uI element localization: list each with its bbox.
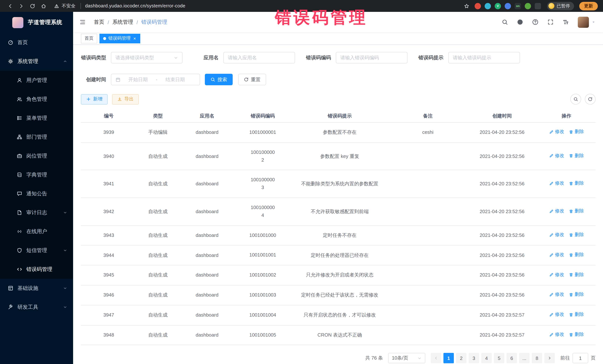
edit-link[interactable]: 修改 [549, 232, 564, 238]
browser-forward-button[interactable] [16, 1, 26, 11]
pager-next-button[interactable] [544, 353, 555, 364]
sidebar-item-dict[interactable]: 字典管理 [0, 165, 73, 184]
reset-button[interactable]: 重置 [238, 74, 266, 85]
add-button[interactable]: 新增 [81, 94, 108, 104]
date-range-separator: - [152, 77, 161, 82]
delete-link[interactable]: 删除 [569, 272, 584, 278]
pager-page-8[interactable]: 8 [532, 353, 542, 364]
edit-link[interactable]: 修改 [549, 208, 564, 214]
menu-fold-button[interactable] [73, 12, 92, 32]
error-code-input[interactable] [340, 55, 403, 60]
edit-link[interactable]: 修改 [549, 331, 564, 338]
user-menu[interactable] [578, 16, 596, 28]
extension-green[interactable] [525, 3, 531, 9]
edit-link[interactable]: 修改 [549, 129, 564, 135]
extension-blue[interactable] [505, 3, 511, 9]
browser-home-button[interactable] [39, 1, 48, 11]
pager-page-6[interactable]: 6 [507, 353, 517, 364]
cell-hint: 不能删除类型为系统内置的参数配置 [290, 175, 389, 193]
edit-link[interactable]: 修改 [549, 153, 564, 159]
cell-type: 自动生成 [137, 306, 179, 324]
extension-on-badge[interactable]: on [515, 3, 521, 9]
sidebar-item-dept[interactable]: 部门管理 [0, 128, 73, 146]
edit-link[interactable]: 修改 [549, 311, 564, 318]
delete-link[interactable]: 删除 [569, 292, 584, 298]
sidebar-item-home[interactable]: 首页 [0, 33, 73, 52]
sidebar-item-online[interactable]: 在线用户 [0, 222, 73, 241]
delete-link[interactable]: 删除 [569, 153, 584, 159]
delete-link[interactable]: 删除 [569, 311, 584, 318]
breadcrumb-item[interactable]: 首页 [94, 19, 104, 25]
extension-red[interactable] [475, 3, 481, 9]
breadcrumb-item[interactable]: 系统管理 [112, 19, 133, 25]
error-type-select[interactable]: 请选择错误码类型 [111, 52, 183, 63]
extension-puzzle[interactable] [535, 3, 541, 9]
cell-remark [389, 249, 467, 261]
sidebar-item-system[interactable]: 系统管理 [0, 52, 73, 71]
close-icon[interactable] [133, 36, 137, 40]
delete-link[interactable]: 删除 [569, 232, 584, 238]
app-name-input[interactable] [228, 55, 290, 60]
browser-back-button[interactable] [5, 1, 15, 11]
site-security-indicator[interactable]: 不安全 [54, 3, 81, 9]
bookmark-star-icon[interactable] [464, 3, 469, 9]
edit-link[interactable]: 修改 [549, 292, 564, 298]
github-icon[interactable] [517, 19, 523, 25]
sidebar-item-post[interactable]: 岗位管理 [0, 146, 73, 165]
update-button[interactable]: 更新 [579, 2, 598, 10]
pager-page-5[interactable]: 5 [494, 353, 504, 364]
edit-link[interactable]: 修改 [549, 272, 564, 278]
date-range-picker[interactable]: 开始日期 - 结束日期 [111, 74, 200, 85]
pager-page-1[interactable]: 1 [443, 353, 454, 364]
pager-page-3[interactable]: 3 [469, 353, 479, 364]
tab-首页[interactable]: 首页 [81, 33, 97, 43]
delete-link[interactable]: 删除 [569, 180, 584, 187]
sidebar-item-audit[interactable]: 审计日志 [0, 203, 73, 222]
delete-link[interactable]: 删除 [569, 331, 584, 338]
delete-link[interactable]: 删除 [569, 129, 584, 135]
delete-link[interactable]: 删除 [569, 252, 584, 258]
sidebar-item-devtools[interactable]: 研发工具 [0, 298, 73, 317]
cell-time: 2021-04-20 23:52:56 [467, 147, 537, 165]
edit-link[interactable]: 修改 [549, 180, 564, 187]
tab-错误码管理[interactable]: 错误码管理 [99, 33, 140, 43]
refresh-table-button[interactable] [585, 94, 596, 105]
sidebar-item-notice[interactable]: 通知公告 [0, 184, 73, 203]
app-logo[interactable]: 芋道管理系统 [0, 12, 73, 33]
extension-drop[interactable] [485, 3, 491, 9]
fullscreen-icon[interactable] [547, 19, 554, 25]
breadcrumb-item[interactable]: 错误码管理 [141, 19, 167, 25]
error-hint-input[interactable] [453, 55, 515, 60]
sidebar-item-sms[interactable]: 短信管理 [0, 241, 73, 260]
export-button[interactable]: 导出 [112, 94, 139, 104]
search-button[interactable]: 搜索 [205, 74, 233, 85]
cell-remark [389, 269, 467, 281]
pager-page-4[interactable]: 4 [481, 353, 492, 364]
bubble-icon [17, 191, 22, 197]
extension-green-v[interactable]: V [495, 3, 501, 9]
font-size-icon[interactable] [563, 19, 569, 25]
toggle-search-button[interactable] [570, 94, 581, 105]
select-placeholder: 请选择错误码类型 [116, 54, 154, 61]
sidebar-item-errorcode[interactable]: 错误码管理 [0, 260, 73, 279]
header-search-icon[interactable] [502, 19, 508, 25]
paused-badge[interactable]: 已暂停 [547, 2, 574, 10]
page-size-select[interactable]: 10条/页 [388, 353, 425, 364]
cell-actions: 修改删除 [537, 202, 596, 221]
browser-toolbar: 不安全 dashboard.yudao.iocoder.cn/system/er… [0, 0, 603, 12]
delete-link[interactable]: 删除 [569, 208, 584, 214]
browser-reload-button[interactable] [27, 1, 37, 11]
edit-link[interactable]: 修改 [549, 252, 564, 258]
sidebar-item-role[interactable]: 角色管理 [0, 90, 73, 109]
pager-prev-button[interactable] [431, 353, 441, 364]
goto-page-input[interactable] [573, 353, 588, 364]
pager-page-2[interactable]: 2 [456, 353, 466, 364]
date-start-placeholder: 开始日期 [124, 76, 152, 83]
pager-more-button[interactable]: ... [519, 353, 530, 364]
sidebar-item-infra[interactable]: 基础设施 [0, 279, 73, 298]
help-icon[interactable] [532, 19, 538, 25]
sidebar-item-menu[interactable]: 菜单管理 [0, 109, 73, 128]
address-url[interactable]: dashboard.yudao.iocoder.cn/system/error-… [85, 3, 185, 9]
cell-code: 1001001004 [235, 305, 290, 325]
sidebar-item-user[interactable]: 用户管理 [0, 71, 73, 90]
